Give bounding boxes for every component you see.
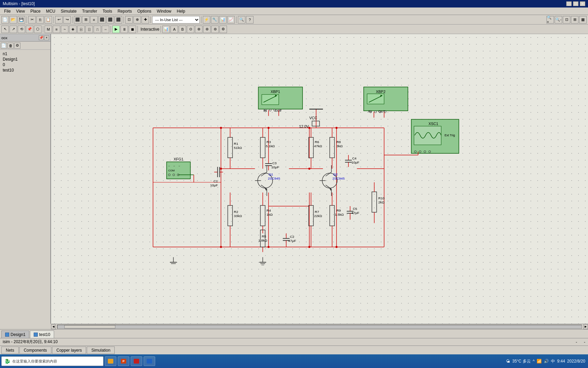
menu-help[interactable]: Help bbox=[174, 8, 188, 14]
view-btn[interactable]: ▦ bbox=[579, 16, 587, 24]
minimize-button[interactable]: _ bbox=[566, 1, 572, 6]
new-button[interactable]: 📄 bbox=[1, 16, 9, 24]
svg-text:R5: R5 bbox=[262, 234, 266, 238]
tool-5[interactable]: ⬛ bbox=[107, 16, 114, 24]
copy-button[interactable]: ⎘ bbox=[36, 16, 44, 24]
sidebar-new[interactable]: 📄 bbox=[1, 43, 7, 49]
stop-button[interactable]: ⏹ bbox=[129, 26, 136, 33]
tool-i[interactable]: ◈ bbox=[69, 26, 77, 33]
separator-6 bbox=[201, 16, 201, 23]
scroll-left[interactable]: ◀ bbox=[51, 324, 56, 329]
menu-window[interactable]: Window bbox=[154, 8, 174, 14]
tool-6[interactable]: ⬛ bbox=[115, 16, 122, 24]
save-button[interactable]: 💾 bbox=[18, 16, 25, 24]
tool-a[interactable]: ↖ bbox=[1, 26, 9, 33]
svg-text:22kΩ: 22kΩ bbox=[314, 214, 322, 218]
sidebar-pin[interactable]: 📌 bbox=[39, 35, 44, 40]
analysis-btn[interactable]: A bbox=[170, 26, 178, 33]
sim-btn-4[interactable]: 📈 bbox=[227, 16, 235, 24]
menu-view[interactable]: View bbox=[13, 8, 28, 14]
zoom-fit-button[interactable]: ⊡ bbox=[563, 16, 570, 24]
play-button[interactable]: ▶ bbox=[112, 26, 120, 33]
taskbar-folder[interactable] bbox=[105, 356, 116, 366]
tool-h[interactable]: ~ bbox=[61, 26, 68, 33]
tree-item-test10[interactable]: test10 bbox=[1, 67, 49, 73]
tool-d[interactable]: 📌 bbox=[26, 26, 33, 33]
tree-item-design1[interactable]: Design1 bbox=[1, 57, 49, 62]
wire-button[interactable]: ✚ bbox=[142, 16, 149, 24]
scroll-thumb[interactable] bbox=[64, 325, 115, 328]
zoom-out-button[interactable]: 🔍- bbox=[555, 16, 562, 24]
sim-btn-3[interactable]: 📊 bbox=[219, 16, 227, 24]
menu-mcu[interactable]: MCU bbox=[43, 8, 58, 14]
probe-button[interactable]: ⊕ bbox=[133, 16, 141, 24]
tool-4[interactable]: ⬛ bbox=[98, 16, 106, 24]
tool-g[interactable]: ≡ bbox=[53, 26, 60, 33]
taskbar-powerpoint[interactable]: P bbox=[118, 356, 129, 366]
maximize-button[interactable]: □ bbox=[573, 1, 578, 6]
zoom-in-button[interactable]: 🔍+ bbox=[546, 16, 554, 24]
pause-button[interactable]: ⏸ bbox=[120, 26, 128, 33]
tool-2[interactable]: ⊞ bbox=[82, 16, 89, 24]
svg-rect-143 bbox=[330, 205, 334, 226]
taskbar-blue-tool[interactable] bbox=[144, 356, 155, 366]
simulation-btn[interactable]: ⊙ bbox=[187, 26, 194, 33]
redo-button[interactable]: ↪ bbox=[63, 16, 71, 24]
tool-b[interactable]: ↗ bbox=[10, 26, 17, 33]
scroll-track[interactable] bbox=[57, 325, 582, 329]
help-btn[interactable]: ? bbox=[246, 16, 254, 24]
tab-test10[interactable]: test10 bbox=[30, 331, 54, 338]
menu-transfer[interactable]: Transfer bbox=[79, 8, 100, 14]
in-use-list[interactable]: --- In-Use List --- bbox=[152, 16, 200, 24]
open-button[interactable]: 📂 bbox=[10, 16, 17, 24]
sim-btn-2[interactable]: 🔧 bbox=[211, 16, 218, 24]
canvas-area[interactable]: XBP1 IN OUT XBP2 bbox=[51, 34, 588, 324]
tree-item-0[interactable]: 0 bbox=[1, 62, 49, 67]
custom-btn-4[interactable]: ⚙ bbox=[219, 26, 227, 33]
tool-3[interactable]: ≡ bbox=[90, 16, 98, 24]
custom-btn-1[interactable]: ⊛ bbox=[195, 26, 202, 33]
custom-btn-2[interactable]: ⊚ bbox=[203, 26, 211, 33]
cut-button[interactable]: ✂ bbox=[28, 16, 36, 24]
bottom-tab-copper-layers[interactable]: Copper layers bbox=[52, 347, 86, 354]
svg-text:10μF: 10μF bbox=[352, 160, 359, 164]
menu-place[interactable]: Place bbox=[28, 8, 43, 14]
tool-c[interactable]: ⟲ bbox=[18, 26, 25, 33]
bottom-tab-nets[interactable]: Nets bbox=[1, 347, 19, 354]
tool-1[interactable]: ⬛ bbox=[74, 16, 81, 24]
postproc-btn[interactable]: B bbox=[179, 26, 186, 33]
tool-l[interactable]: ⎍ bbox=[94, 26, 101, 33]
custom-btn-3[interactable]: ⊜ bbox=[211, 26, 219, 33]
menu-reports[interactable]: Reports bbox=[115, 8, 134, 14]
tool-f[interactable]: M bbox=[45, 26, 52, 33]
window-controls[interactable]: _ □ × bbox=[566, 1, 585, 6]
zoom-sel-button[interactable]: ⊞ bbox=[571, 16, 578, 24]
bottom-tab-components[interactable]: Components bbox=[19, 347, 51, 354]
menu-simulate[interactable]: Simulate bbox=[58, 8, 80, 14]
sidebar-close[interactable]: × bbox=[44, 35, 49, 40]
tab-design1[interactable]: Design1 bbox=[1, 331, 29, 338]
grapher-btn[interactable]: 📊 bbox=[162, 26, 170, 33]
search-btn[interactable]: 🔍 bbox=[238, 16, 245, 24]
sidebar-delete[interactable]: 🗑 bbox=[7, 43, 14, 49]
tool-m[interactable]: ⎓ bbox=[102, 26, 109, 33]
undo-button[interactable]: ↩ bbox=[55, 16, 63, 24]
menu-tools[interactable]: Tools bbox=[100, 8, 115, 14]
menu-options[interactable]: Options bbox=[134, 8, 154, 14]
tool-k[interactable]: ⌹ bbox=[85, 26, 93, 33]
scroll-right[interactable]: ▶ bbox=[583, 324, 588, 329]
component-button[interactable]: ⊡ bbox=[125, 16, 133, 24]
taskbar-red-tool[interactable] bbox=[131, 356, 142, 366]
close-button[interactable]: × bbox=[580, 1, 585, 6]
sim-btn-1[interactable]: ⚡ bbox=[203, 16, 210, 24]
tool-e[interactable]: ⬡ bbox=[34, 26, 42, 33]
bottom-tab-simulation[interactable]: Simulation bbox=[87, 347, 115, 354]
taskbar-search[interactable]: 🐉 在这里输入你要搜索的内容 bbox=[1, 356, 103, 366]
horizontal-scrollbar[interactable]: ◀ ▶ bbox=[51, 324, 588, 329]
paste-button[interactable]: 📋 bbox=[45, 16, 52, 24]
sidebar-settings[interactable]: ⚙ bbox=[14, 43, 20, 49]
menu-file[interactable]: File bbox=[1, 8, 13, 14]
tool-j[interactable]: ⌸ bbox=[77, 26, 85, 33]
schematic-canvas[interactable]: XBP1 IN OUT XBP2 bbox=[51, 34, 588, 324]
tree-item-n1[interactable]: n1 bbox=[1, 51, 49, 57]
